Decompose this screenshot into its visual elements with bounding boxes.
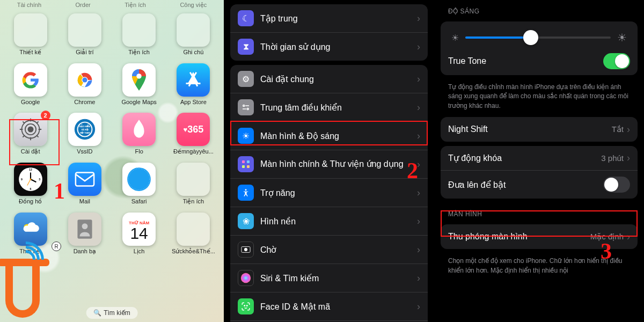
settings-group-focus: ☾Tập trung› ⧗Thời gian sử dụng› (230, 4, 428, 61)
true-tone-note: Tự động điều chỉnh màn hình iPhone dựa t… (434, 79, 644, 113)
svg-point-44 (245, 189, 247, 191)
spotlight-search[interactable]: 🔍Tìm kiếm (86, 307, 138, 319)
home-screen-panel: Tài chính Order Tiện ích Công việc Thiết… (0, 0, 224, 322)
raise-to-wake-toggle[interactable] (603, 177, 630, 193)
chevron-icon: › (627, 152, 630, 164)
app-appstore[interactable]: App Store (169, 63, 217, 105)
home-tab-row: Tài chính Order Tiện ích Công việc (0, 0, 224, 10)
row-true-tone: True Tone (441, 47, 638, 75)
search-icon: 🔍 (93, 309, 101, 317)
svg-line-14 (36, 121, 39, 123)
display-settings-panel: ĐỘ SÁNG ☀ ☀ True Tone Tự động điều chỉnh… (434, 0, 644, 322)
settings-group-general: ⚙Cài đặt chung› Trung tâm điều khiển› ☀M… (230, 65, 428, 322)
row-display-brightness[interactable]: ☀Màn hình & Độ sáng› (230, 122, 428, 150)
folder-utilities-2[interactable]: Tiện ích (169, 163, 217, 205)
folder-design[interactable]: Thiết kế (6, 13, 55, 56)
app-calendar[interactable]: THỨ NĂM14Lịch (115, 213, 163, 255)
svg-point-35 (82, 223, 87, 229)
switches-icon (238, 99, 254, 115)
chevron-icon: › (417, 102, 420, 113)
app-grid: Thiết kế Giải trí Tiện ích Ghi chú Googl… (0, 10, 224, 258)
row-focus[interactable]: ☾Tập trung› (230, 4, 428, 33)
chevron-icon: › (627, 231, 630, 243)
row-night-shift[interactable]: Night ShiftTắt› (441, 117, 638, 142)
svg-point-49 (247, 305, 248, 306)
tab-label: Order (76, 2, 91, 9)
row-control-center[interactable]: Trung tâm điều khiển› (230, 93, 428, 122)
svg-point-47 (241, 273, 251, 283)
hourglass-icon: ⧗ (238, 39, 254, 55)
brightness-group: ☀ ☀ True Tone (441, 21, 638, 75)
row-accessibility[interactable]: Trợ năng› (230, 179, 428, 207)
row-faceid[interactable]: Face ID & Mật mã› (230, 292, 428, 321)
app-google-maps[interactable]: Google Maps (115, 63, 163, 105)
settings-list-panel: ☾Tập trung› ⧗Thời gian sử dụng› ⚙Cài đặt… (224, 0, 434, 322)
grid-icon (238, 156, 254, 172)
app-flo[interactable]: Flo (115, 113, 163, 155)
standby-icon (238, 241, 254, 258)
app-chrome[interactable]: Chrome (61, 63, 109, 105)
sun-small-icon: ☀ (451, 33, 459, 43)
chevron-icon: › (417, 187, 420, 199)
app-365[interactable]: ♥365Đếmngàyyêu... (169, 113, 217, 155)
app-clock[interactable]: 12369Đồng hồ (6, 163, 55, 205)
row-raise-to-wake: Đưa lên để bật (441, 171, 638, 199)
svg-rect-30 (76, 173, 94, 186)
folder-entertainment[interactable]: Giải trí (61, 13, 109, 56)
app-safari[interactable]: Safari (115, 163, 163, 205)
lock-group: Tự động khóa3 phút› Đưa lên để bật (441, 146, 638, 199)
chevron-icon: › (417, 301, 420, 312)
app-mail[interactable]: Mail (61, 163, 109, 205)
svg-rect-41 (247, 160, 250, 163)
app-contacts[interactable]: Danh bạ (61, 213, 109, 255)
svg-text:12: 12 (29, 168, 32, 171)
chevron-icon: › (627, 124, 630, 135)
svg-point-38 (247, 108, 248, 110)
chevron-icon: › (417, 13, 420, 24)
svg-text:6: 6 (30, 187, 31, 191)
step-number-2: 2 (407, 158, 418, 184)
svg-point-48 (244, 305, 245, 306)
true-tone-toggle[interactable] (603, 53, 630, 69)
app-google[interactable]: Google (6, 63, 55, 105)
brightness-slider-row: ☀ ☀ (441, 21, 638, 47)
settings-badge: 2 (41, 111, 50, 120)
chevron-icon: › (417, 273, 420, 284)
brightness-icon: ☀ (238, 128, 254, 144)
app-vssid[interactable]: BẢO HIỂMXÃ HỘIVIỆT NAMVssID (61, 113, 109, 155)
sun-large-icon: ☀ (617, 31, 627, 44)
svg-point-29 (30, 178, 31, 180)
flower-icon: ❀ (238, 213, 254, 229)
svg-point-36 (243, 105, 245, 107)
folder-health[interactable]: Sứckhỏe&Thể... (169, 213, 217, 255)
folder-utilities[interactable]: Tiện ích (115, 13, 163, 56)
brightness-slider[interactable] (465, 36, 611, 39)
step-number-3: 3 (601, 238, 612, 264)
chevron-icon: › (417, 41, 420, 53)
row-general[interactable]: ⚙Cài đặt chung› (230, 65, 428, 93)
svg-line-12 (36, 135, 39, 137)
row-wallpaper[interactable]: ❀Hình nền› (230, 207, 428, 236)
accessibility-icon (238, 185, 254, 201)
app-settings[interactable]: 2 Cài đặt (6, 113, 55, 155)
chevron-icon: › (417, 244, 420, 255)
svg-rect-40 (242, 160, 245, 163)
svg-point-2 (82, 77, 87, 82)
siri-icon (238, 270, 254, 286)
row-siri[interactable]: Siri & Tìm kiếm› (230, 264, 428, 292)
row-auto-lock[interactable]: Tự động khóa3 phút› (441, 146, 638, 171)
header-brightness: ĐỘ SÁNG (434, 0, 644, 17)
svg-line-11 (23, 121, 25, 123)
moon-icon: ☾ (238, 10, 254, 26)
row-home-screen[interactable]: Màn hình chính & Thư viện ứng dụng› (230, 150, 428, 179)
tab-label: Công việc (180, 2, 207, 9)
tab-label: Tài chính (17, 2, 41, 9)
chevron-icon: › (417, 130, 420, 142)
chevron-icon: › (417, 74, 420, 85)
folder-notes[interactable]: Ghi chú (169, 13, 217, 56)
row-standby[interactable]: Chờ› (230, 236, 428, 264)
faceid-icon (238, 298, 254, 314)
row-screentime[interactable]: ⧗Thời gian sử dụng› (230, 33, 428, 61)
svg-point-31 (127, 167, 151, 191)
gear-icon: ⚙ (238, 71, 254, 87)
